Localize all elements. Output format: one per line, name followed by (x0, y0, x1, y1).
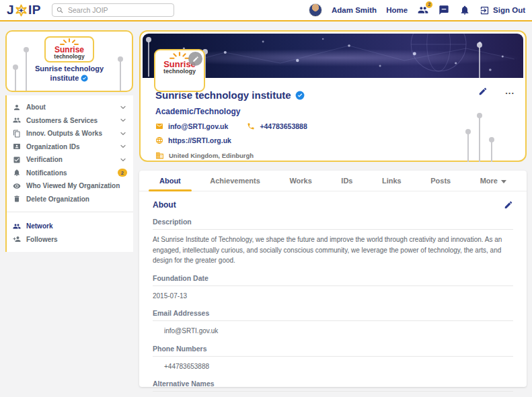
logo-star-icon (15, 4, 28, 17)
logo-text-ip: IP (28, 3, 41, 17)
pencil-icon (192, 56, 199, 62)
chevron-down-icon (119, 130, 127, 138)
tab-more[interactable]: More (480, 171, 506, 191)
chevron-down-icon (119, 142, 127, 150)
globe-icon (155, 136, 163, 144)
field-description: Description At Sunrise Institute of Tech… (153, 218, 513, 266)
org-logo-line2: technology (47, 54, 91, 60)
edit-logo-button[interactable] (188, 52, 202, 66)
org-logo-line2: technology (155, 69, 204, 75)
decor-pin (479, 118, 480, 162)
sidebar-item-verification[interactable]: Verification (13, 153, 127, 167)
main-column: Sunrise technology ... Sunrise technolog… (139, 30, 527, 387)
sign-out-button[interactable]: Sign Out (480, 5, 525, 15)
phone-icon (247, 122, 255, 130)
decor-pin (479, 47, 480, 78)
verification-icon (13, 156, 21, 164)
sidebar-item-who-viewed[interactable]: Who Viewed My Organization (13, 179, 127, 193)
chat-icon (439, 5, 449, 15)
sidebar-item-delete-organization[interactable]: Delete Organization (13, 193, 127, 206)
app-logo[interactable]: J IP (7, 3, 41, 17)
notifications-badge: 2 (118, 169, 127, 177)
content-card: About Achievements Works IDs Links Posts… (139, 171, 527, 387)
sidebar-item-organization-ids[interactable]: Organization IDs (13, 140, 127, 154)
pencil-icon (504, 200, 513, 210)
edit-about-button[interactable] (504, 200, 513, 210)
connections-button[interactable]: 2 (417, 5, 428, 16)
bell-icon (13, 169, 21, 177)
sidebar-item-notifications[interactable]: Notifications 2 (13, 167, 127, 180)
tab-ids[interactable]: IDs (341, 171, 352, 191)
network-icon (13, 222, 21, 230)
bell-icon (459, 5, 470, 15)
search-icon (56, 7, 63, 13)
sidebar-item-network[interactable]: Network (13, 220, 127, 233)
followers-icon (13, 235, 21, 243)
id-card-icon (13, 142, 21, 150)
tab-bar: About Achievements Works IDs Links Posts… (139, 171, 527, 191)
connections-badge: 2 (426, 1, 432, 8)
tab-about[interactable]: About (159, 171, 181, 191)
tab-works[interactable]: Works (289, 171, 311, 191)
decor-pin (15, 69, 16, 92)
decor-pin (120, 61, 121, 92)
about-section: About Description At Sunrise Institute o… (139, 191, 527, 397)
messages-button[interactable] (438, 5, 449, 16)
profile-card: Sunrise technology ... Sunrise technolog… (139, 30, 527, 162)
home-link[interactable]: Home (386, 6, 408, 14)
profile-website[interactable]: https://SRTI.org.uk (155, 136, 231, 144)
search-box (52, 3, 174, 17)
field-email-addresses: Email Addresses info@SRTI.gov.uk (153, 309, 513, 337)
user-name[interactable]: Adam Smith (332, 6, 377, 14)
profile-name: Sunrise technology institute (155, 89, 525, 101)
customers-icon (13, 116, 21, 124)
chevron-down-icon (119, 103, 127, 112)
sidebar-menu: About Customers & Services Innov. Output… (5, 95, 133, 252)
about-section-title: About (153, 200, 176, 210)
field-foundation-date: Foundation Date 2015-07-13 (153, 274, 513, 302)
profile-location: United Kingdom, Edinburgh (155, 151, 525, 160)
tab-posts[interactable]: Posts (430, 171, 451, 191)
field-alternative-names: Alternative Names SRT Institute (153, 380, 513, 397)
sidebar-org-card[interactable]: Sunrise technology Sunrise technology in… (5, 30, 133, 92)
decor-pin (148, 42, 149, 77)
verified-icon (295, 91, 305, 100)
menu-divider (7, 212, 133, 212)
trash-icon (13, 195, 21, 203)
logo-text-j: J (7, 3, 14, 17)
sidebar-item-innov-outputs-works[interactable]: Innov. Outputs & Works (13, 127, 127, 140)
person-icon (13, 103, 21, 112)
email-icon (155, 122, 163, 130)
profile-category: Academic/Technology (155, 107, 525, 116)
sidebar-item-about[interactable]: About (13, 101, 127, 114)
sidebar-org-logo: Sunrise technology (44, 36, 94, 62)
decor-pin (491, 142, 492, 162)
caret-down-icon (501, 180, 506, 183)
eye-icon (13, 182, 21, 190)
field-phone-numbers: Phone Numbers +44783653888 (153, 345, 513, 372)
chevron-down-icon (119, 156, 127, 164)
building-icon (155, 151, 164, 160)
profile-org-logo: Sunrise technology (154, 49, 205, 92)
pencil-icon (478, 87, 488, 96)
more-options-button[interactable]: ... (505, 89, 515, 93)
sign-out-label: Sign Out (493, 6, 525, 14)
notifications-button[interactable] (459, 5, 470, 16)
avatar[interactable] (309, 3, 322, 17)
search-input[interactable] (67, 5, 169, 15)
chevron-down-icon (119, 116, 127, 124)
sidebar-item-followers[interactable]: Followers (13, 233, 127, 247)
profile-email[interactable]: info@SRTI.gov.uk (155, 122, 228, 130)
edit-profile-button[interactable] (478, 87, 488, 96)
works-icon (13, 130, 21, 138)
tab-achievements[interactable]: Achievements (210, 171, 260, 191)
verified-icon (81, 75, 88, 82)
decor-pin (26, 52, 27, 92)
sidebar: Sunrise technology Sunrise technology in… (5, 30, 133, 252)
sidebar-item-customers-services[interactable]: Customers & Services (13, 114, 127, 128)
profile-phone[interactable]: +44783653888 (247, 122, 307, 130)
tab-links[interactable]: Links (382, 171, 402, 191)
top-bar: J IP Adam Smith Home 2 (0, 0, 532, 21)
decor-pin (467, 134, 469, 162)
sign-out-icon (480, 5, 490, 15)
